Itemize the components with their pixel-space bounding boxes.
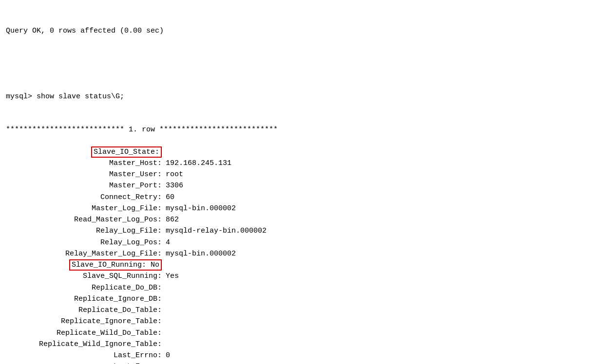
field-row-last-errno: Last_Errno: 0 [6, 350, 588, 361]
field-row-relay-log-file: Relay_Log_File: mysqld-relay-bin.000002 [6, 225, 588, 237]
command-line: mysql> show slave status\G; [6, 91, 588, 103]
field-row-slave-io-running: Slave_IO_Running: No [6, 259, 588, 271]
field-row-slave-sql-running: Slave_SQL_Running: Yes [6, 271, 588, 282]
slave-io-state-highlight: Slave_IO_State: [91, 146, 162, 158]
field-row-master-port: Master_Port: 3306 [6, 180, 588, 191]
field-row-slave-io-state: Slave_IO_State: [6, 146, 588, 158]
field-row-replicate-wild-do-table: Replicate_Wild_Do_Table: [6, 328, 588, 339]
field-row-master-host: Master_Host: 192.168.245.131 [6, 158, 588, 169]
field-row-last-error: Last_Error: [6, 361, 588, 364]
empty-line [6, 59, 588, 70]
terminal-output: Query OK, 0 rows affected (0.00 sec) mys… [6, 4, 588, 146]
field-row-replicate-do-table: Replicate_Do_Table: [6, 305, 588, 316]
field-row-connect-retry: Connect_Retry: 60 [6, 192, 588, 203]
field-row-relay-log-pos: Relay_Log_Pos: 4 [6, 237, 588, 248]
field-row-read-master-log-pos: Read_Master_Log_Pos: 862 [6, 214, 588, 225]
field-row-master-log-file: Master_Log_File: mysql-bin.000002 [6, 203, 588, 214]
query-result-line: Query OK, 0 rows affected (0.00 sec) [6, 26, 588, 37]
fields-container: Slave_IO_State: Master_Host: 192.168.245… [6, 146, 588, 364]
field-row-master-user: Master_User: root [6, 169, 588, 180]
row-separator: *************************** 1. row *****… [6, 125, 588, 136]
field-row-replicate-ignore-db: Replicate_Ignore_DB: [6, 293, 588, 305]
field-row-replicate-wild-ignore-table: Replicate_Wild_Ignore_Table: [6, 339, 588, 350]
slave-io-running-highlight: Slave_IO_Running: No [69, 259, 162, 271]
field-row-relay-master-log-file: Relay_Master_Log_File: mysql-bin.000002 [6, 248, 588, 259]
field-row-replicate-ignore-table: Replicate_Ignore_Table: [6, 316, 588, 327]
field-row-replicate-do-db: Replicate_Do_DB: [6, 282, 588, 293]
